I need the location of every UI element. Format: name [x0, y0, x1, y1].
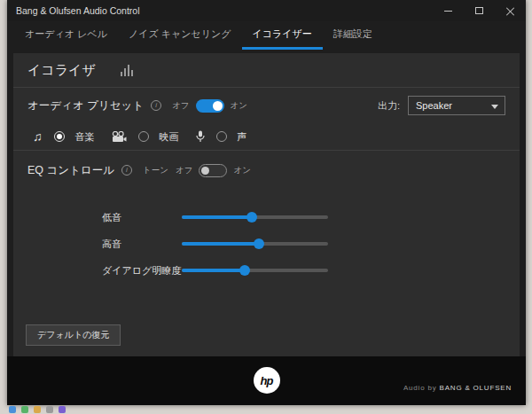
- movie-camera-icon: [112, 131, 127, 143]
- taskbar-icon[interactable]: [59, 406, 66, 413]
- chevron-down-icon: [491, 105, 498, 109]
- restore-defaults-button[interactable]: デフォルトの復元: [26, 324, 121, 346]
- info-icon[interactable]: i: [151, 100, 161, 111]
- audio-preset-label: オーディオ プリセット: [27, 98, 144, 113]
- close-icon: [506, 7, 514, 15]
- slider-fill: [182, 215, 252, 219]
- hp-logo: hp: [254, 367, 280, 394]
- treble-slider[interactable]: [182, 238, 328, 249]
- maximize-button[interactable]: [464, 0, 495, 21]
- tab-equalizer[interactable]: イコライザー: [242, 21, 323, 50]
- output-device-select[interactable]: Speaker: [408, 96, 505, 115]
- tone-on-label: オン: [233, 165, 250, 176]
- preset-label-voice[interactable]: 声: [238, 130, 247, 144]
- microphone-icon: [196, 130, 205, 143]
- output-label: 出力:: [378, 99, 400, 113]
- panel-title: イコライザ: [27, 62, 96, 79]
- window-controls: [433, 0, 526, 21]
- tab-noise-cancellation[interactable]: ノイズ キャンセリング: [118, 21, 242, 50]
- tone-label: トーン: [143, 165, 168, 176]
- dialog-clarity-slider[interactable]: [182, 265, 328, 276]
- footer: hp Audio by BANG & OLUFSEN: [7, 356, 526, 405]
- preset-on-label: オン: [231, 100, 247, 112]
- slider-thumb[interactable]: [254, 238, 264, 249]
- preset-off-label: オフ: [172, 100, 189, 112]
- eq-control-label: EQ コントロール: [27, 163, 114, 178]
- treble-slider-row: 高音: [13, 230, 520, 257]
- slider-fill: [182, 269, 245, 272]
- maximize-icon: [475, 7, 483, 14]
- treble-label: 高音: [102, 238, 182, 251]
- dialog-clarity-label: ダイアログ明瞭度: [102, 264, 182, 277]
- taskbar-icon[interactable]: [46, 406, 53, 413]
- minimize-button[interactable]: [433, 0, 464, 21]
- preset-label-movie[interactable]: 映画: [160, 130, 179, 144]
- music-note-icon: ♫: [33, 130, 43, 143]
- slider-thumb[interactable]: [246, 212, 257, 223]
- taskbar-icon[interactable]: [34, 406, 41, 413]
- audio-preset-toggle[interactable]: [196, 99, 224, 113]
- tab-audio-levels[interactable]: オーディオ レベル: [14, 21, 118, 50]
- dialog-clarity-slider-row: ダイアログ明瞭度: [13, 257, 520, 284]
- equalizer-bars-icon: [121, 64, 133, 76]
- preset-options-row: ♫ 音楽 映画 声: [13, 123, 520, 150]
- minimize-icon: [444, 11, 452, 12]
- tab-bar: オーディオ レベル ノイズ キャンセリング イコライザー 詳細設定: [7, 21, 526, 50]
- preset-radio-movie[interactable]: [138, 131, 149, 142]
- bass-slider[interactable]: [182, 212, 328, 223]
- bass-slider-row: 低音: [13, 204, 520, 230]
- sliders-section: 低音 高音 ダイアログ明瞭度: [13, 204, 520, 284]
- tab-advanced-settings[interactable]: 詳細設定: [323, 21, 383, 50]
- tone-toggle[interactable]: [199, 164, 227, 177]
- app-window: Bang & Olufsen Audio Control オーディオ レベル ノ…: [7, 0, 526, 405]
- slider-fill: [182, 242, 259, 246]
- audio-preset-row: オーディオ プリセット i オフ オン 出力: Speaker: [13, 88, 520, 123]
- output-device-value: Speaker: [416, 100, 452, 111]
- bass-label: 低音: [102, 211, 182, 224]
- title-bar: Bang & Olufsen Audio Control: [7, 0, 526, 21]
- taskbar-icon[interactable]: [21, 406, 28, 413]
- taskbar-icon[interactable]: [9, 406, 16, 413]
- close-button[interactable]: [495, 0, 526, 21]
- taskbar: [9, 406, 66, 413]
- toggle-knob: [201, 167, 209, 175]
- hp-logo-text: hp: [261, 374, 273, 387]
- window-title: Bang & Olufsen Audio Control: [16, 5, 140, 16]
- branding-brand: BANG & OLUFSEN: [440, 384, 512, 392]
- panel-header: イコライザ: [13, 53, 520, 87]
- tone-off-label: オフ: [176, 165, 192, 176]
- toggle-knob: [213, 101, 223, 111]
- preset-label-music[interactable]: 音楽: [75, 130, 95, 144]
- equalizer-panel: イコライザ オーディオ プリセット i オフ オン 出力: Speaker ♫: [13, 53, 520, 356]
- output-group: 出力: Speaker: [378, 96, 505, 115]
- info-icon[interactable]: i: [121, 165, 132, 176]
- eq-control-row: EQ コントロール i トーン オフ オン: [13, 151, 520, 190]
- bang-olufsen-branding: Audio by BANG & OLUFSEN: [403, 384, 512, 392]
- slider-thumb[interactable]: [239, 265, 250, 276]
- preset-radio-voice[interactable]: [216, 131, 227, 142]
- branding-prefix: Audio by: [403, 384, 440, 392]
- preset-radio-music[interactable]: [54, 131, 65, 142]
